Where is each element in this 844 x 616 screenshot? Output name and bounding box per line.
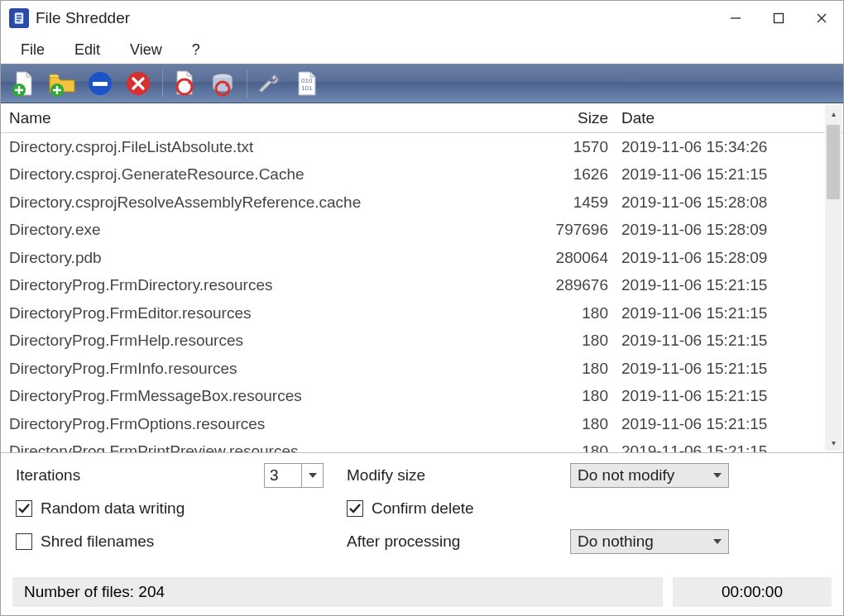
iterations-value: 3 (265, 466, 301, 485)
toolbar-separator (161, 69, 163, 98)
cell-size: 180 (519, 332, 618, 350)
cell-date: 2019-11-06 15:34:26 (618, 138, 825, 156)
cell-size: 180 (519, 387, 618, 405)
cell-name: Directory.csprojResolveAssemblyReference… (1, 193, 519, 212)
shred-filenames-checkbox[interactable]: Shred filenames (16, 532, 154, 551)
cell-size: 1626 (519, 165, 618, 184)
chevron-down-icon[interactable] (301, 464, 323, 487)
options-panel: Iterations 3 Modify size Do not modify R… (1, 453, 843, 571)
scroll-thumb[interactable] (827, 125, 840, 199)
after-processing-combo[interactable]: Do nothing (570, 529, 729, 554)
cell-name: DirectoryProg.FrmHelp.resources (1, 332, 519, 350)
scroll-up-icon[interactable]: ▴ (825, 105, 842, 122)
cell-date: 2019-11-06 15:21:15 (618, 415, 825, 433)
column-name[interactable]: Name (1, 109, 519, 127)
menu-file[interactable]: File (6, 38, 60, 62)
table-row[interactable]: DirectoryProg.FrmHelp.resources1802019-1… (1, 327, 825, 356)
svg-rect-11 (93, 82, 108, 86)
table-row[interactable]: Directory.csproj.FileListAbsolute.txt157… (1, 133, 825, 161)
add-file-button[interactable] (6, 67, 42, 100)
cell-date: 2019-11-06 15:21:15 (618, 387, 825, 405)
after-processing-value: Do nothing (571, 532, 707, 551)
column-headers: Name Size Date (1, 103, 843, 133)
checkbox-checked-icon (16, 500, 32, 517)
iterations-spinner[interactable]: 3 (264, 463, 324, 488)
column-date[interactable]: Date (618, 109, 825, 127)
cell-name: DirectoryProg.FrmPrintPreview.resources (1, 442, 519, 452)
menu-edit[interactable]: Edit (60, 38, 115, 62)
iterations-label: Iterations (16, 466, 264, 485)
maximize-button[interactable] (757, 1, 800, 36)
cell-size: 280064 (519, 249, 618, 267)
modify-size-value: Do not modify (571, 466, 707, 485)
table-row[interactable]: DirectoryProg.FrmDirectory.resources2896… (1, 272, 825, 300)
table-row[interactable]: DirectoryProg.FrmEditor.resources1802019… (1, 299, 825, 327)
toolbar-separator (246, 69, 247, 98)
table-row[interactable]: Directory.csproj.GenerateResource.Cache1… (1, 161, 825, 189)
table-row[interactable]: DirectoryProg.FrmOptions.resources180201… (1, 410, 825, 438)
refresh-disk-button[interactable] (204, 67, 241, 100)
cell-name: Directory.csproj.FileListAbsolute.txt (1, 138, 519, 156)
scroll-down-icon[interactable]: ▾ (825, 434, 842, 451)
menu-view[interactable]: View (115, 38, 177, 62)
table-row[interactable]: DirectoryProg.FrmMessageBox.resources180… (1, 383, 825, 411)
column-size[interactable]: Size (519, 109, 618, 127)
minimize-button[interactable] (714, 1, 757, 36)
table-row[interactable]: DirectoryProg.FrmPrintPreview.resources1… (1, 438, 825, 453)
cell-size: 180 (519, 415, 618, 433)
app-window: File Shredder File Edit View ? (0, 0, 844, 616)
binary-view-button[interactable]: 010101 (289, 67, 325, 100)
cell-date: 2019-11-06 15:21:15 (618, 332, 825, 350)
shred-filenames-label: Shred filenames (41, 532, 154, 551)
menu-help[interactable]: ? (177, 38, 215, 62)
settings-button[interactable] (251, 67, 287, 100)
refresh-file-button[interactable] (166, 67, 203, 100)
cell-name: DirectoryProg.FrmInfo.resources (1, 360, 519, 378)
close-button[interactable] (800, 1, 843, 36)
cell-date: 2019-11-06 15:28:09 (618, 221, 825, 239)
toolbar: 010101 (1, 64, 843, 103)
table-row[interactable]: Directory.csprojResolveAssemblyReference… (1, 189, 825, 217)
cell-size: 1570 (519, 138, 618, 156)
table-row[interactable]: Directory.exe7976962019-11-06 15:28:09 (1, 217, 825, 245)
svg-text:010: 010 (301, 77, 313, 84)
cell-name: DirectoryProg.FrmEditor.resources (1, 304, 519, 322)
cell-date: 2019-11-06 15:21:15 (618, 360, 825, 378)
file-list: Name Size Date Directory.csproj.FileList… (1, 103, 843, 453)
cell-date: 2019-11-06 15:28:08 (618, 193, 825, 212)
table-row[interactable]: Directory.pdb2800642019-11-06 15:28:09 (1, 244, 825, 272)
svg-text:101: 101 (301, 84, 313, 92)
modify-size-label: Modify size (347, 466, 570, 485)
chevron-down-icon[interactable] (707, 530, 728, 553)
delete-item-button[interactable] (120, 67, 156, 100)
cell-name: DirectoryProg.FrmOptions.resources (1, 415, 519, 433)
status-file-count: Number of files: 204 (12, 577, 663, 607)
cell-name: Directory.exe (1, 221, 519, 239)
cell-size: 289676 (519, 276, 618, 294)
remove-item-button[interactable] (82, 67, 118, 100)
add-folder-button[interactable] (44, 67, 80, 100)
chevron-down-icon[interactable] (707, 464, 728, 487)
cell-size: 797696 (519, 221, 618, 239)
random-writing-checkbox[interactable]: Random data writing (16, 499, 185, 518)
cell-size: 180 (519, 304, 618, 322)
window-title: File Shredder (36, 9, 714, 27)
checkbox-checked-icon (347, 500, 363, 517)
confirm-delete-checkbox[interactable]: Confirm delete (347, 499, 474, 518)
table-row[interactable]: DirectoryProg.FrmInfo.resources1802019-1… (1, 355, 825, 383)
file-list-body: Directory.csproj.FileListAbsolute.txt157… (1, 133, 843, 452)
cell-size: 180 (519, 360, 618, 378)
cell-name: DirectoryProg.FrmDirectory.resources (1, 276, 519, 294)
modify-size-combo[interactable]: Do not modify (570, 463, 729, 488)
cell-name: Directory.pdb (1, 249, 519, 267)
app-icon (9, 8, 29, 28)
cell-size: 180 (519, 442, 618, 452)
cell-date: 2019-11-06 15:21:15 (618, 276, 825, 294)
after-processing-label: After processing (347, 532, 570, 551)
cell-size: 1459 (519, 193, 618, 212)
cell-name: DirectoryProg.FrmMessageBox.resources (1, 387, 519, 405)
svg-rect-5 (774, 14, 784, 23)
cell-name: Directory.csproj.GenerateResource.Cache (1, 165, 519, 184)
vertical-scrollbar[interactable]: ▴ ▾ (825, 105, 842, 451)
random-writing-label: Random data writing (41, 499, 185, 518)
